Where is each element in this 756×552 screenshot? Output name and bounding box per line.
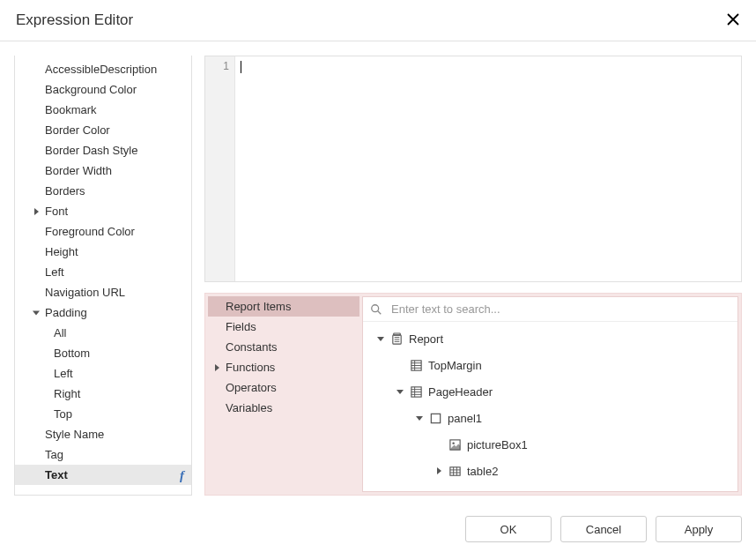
expand-arrow-icon[interactable] <box>395 390 405 394</box>
property-row[interactable]: All <box>15 323 191 343</box>
content-area: AccessibleDescriptionBackground ColorBoo… <box>0 41 756 506</box>
code-editor[interactable]: 1 <box>204 56 742 282</box>
fx-icon: f <box>180 467 184 482</box>
property-row[interactable]: Borders <box>15 181 191 201</box>
search-input[interactable] <box>389 302 730 317</box>
property-row[interactable]: Left <box>15 262 191 282</box>
footer: OK Cancel Apply <box>0 506 756 552</box>
property-label: Height <box>45 245 78 258</box>
property-row[interactable]: Border Width <box>15 160 191 181</box>
svg-rect-17 <box>431 414 440 422</box>
search-icon <box>370 303 382 316</box>
property-label: Background Color <box>45 83 137 96</box>
category-label: Constants <box>226 340 278 354</box>
tree-item-label: pictureBox1 <box>467 438 528 451</box>
category-row[interactable]: Functions <box>208 357 359 377</box>
right-column: 1 Report ItemsFieldsConstantsFunctionsOp… <box>204 56 742 496</box>
property-row[interactable]: Font <box>15 201 191 221</box>
picture-icon <box>448 437 462 451</box>
category-label: Functions <box>226 361 275 374</box>
property-row[interactable]: Bottom <box>15 343 191 363</box>
panel-icon <box>428 411 442 425</box>
property-label: Style Name <box>45 428 104 441</box>
expression-browser: Report ItemsFieldsConstantsFunctionsOper… <box>204 293 742 496</box>
property-label: Border Dash Style <box>45 144 138 157</box>
property-label: Navigation URL <box>45 286 125 299</box>
tree-item-label: panel1 <box>448 412 482 425</box>
property-row[interactable]: Textf <box>15 465 191 485</box>
tree-item-label: table2 <box>467 465 498 478</box>
property-label: Font <box>45 205 68 218</box>
search-row <box>363 297 737 322</box>
properties-panel: AccessibleDescriptionBackground ColorBoo… <box>14 56 192 496</box>
tree-row[interactable]: TopMargin <box>363 352 737 378</box>
cancel-button[interactable]: Cancel <box>560 516 647 542</box>
property-label: All <box>54 326 66 339</box>
property-row[interactable]: Top <box>15 404 191 424</box>
property-label: Top <box>54 407 72 421</box>
expand-arrow-icon[interactable] <box>434 467 444 474</box>
category-row[interactable]: Variables <box>208 398 359 418</box>
property-label: Bookmark <box>45 103 97 116</box>
category-panel: Report ItemsFieldsConstantsFunctionsOper… <box>208 296 359 492</box>
code-area[interactable] <box>235 56 741 281</box>
ok-button[interactable]: OK <box>465 516 552 542</box>
category-row[interactable]: Fields <box>208 317 359 337</box>
band-icon <box>409 358 423 372</box>
apply-button[interactable]: Apply <box>656 516 742 542</box>
tree-row[interactable]: table2 <box>363 458 737 484</box>
expand-arrow-icon[interactable] <box>414 416 425 421</box>
property-row[interactable]: Tag <box>15 444 191 465</box>
property-label: Tag <box>45 448 63 461</box>
property-row[interactable]: Navigation URL <box>15 282 191 302</box>
property-row[interactable]: Background Color <box>15 79 191 100</box>
category-row[interactable]: Report Items <box>208 296 359 317</box>
tree-row[interactable]: pictureBox1 <box>363 431 737 458</box>
category-label: Operators <box>226 381 277 394</box>
property-row[interactable]: Border Color <box>15 120 191 140</box>
category-row[interactable]: Constants <box>208 337 359 357</box>
svg-point-0 <box>372 304 379 311</box>
property-label: Right <box>54 387 80 400</box>
property-row[interactable]: Padding <box>15 302 191 323</box>
property-row[interactable]: Style Name <box>15 424 191 444</box>
property-label: AccessibleDescription <box>45 63 157 76</box>
property-label: Bottom <box>54 347 90 360</box>
property-label: Left <box>45 265 64 279</box>
tree-row[interactable]: Report <box>363 325 737 352</box>
line-gutter: 1 <box>205 56 235 281</box>
property-row[interactable]: Height <box>15 242 191 262</box>
property-label: Text <box>45 468 68 481</box>
report-icon <box>389 332 404 346</box>
close-button[interactable] <box>724 11 742 28</box>
property-row[interactable]: AccessibleDescription <box>15 59 191 79</box>
svg-point-19 <box>452 442 454 444</box>
property-row[interactable]: Left <box>15 363 191 384</box>
close-icon <box>727 13 739 26</box>
band-icon <box>409 384 423 399</box>
items-tree: ReportTopMarginPageHeaderpanel1pictureBo… <box>363 322 737 491</box>
property-row[interactable]: Bookmark <box>15 100 191 120</box>
property-label: Borders <box>45 184 85 198</box>
tree-row[interactable]: PageHeader <box>363 378 737 405</box>
property-label: Padding <box>45 306 87 319</box>
expand-arrow-icon[interactable] <box>375 337 386 341</box>
tree-item-label: PageHeader <box>428 385 493 399</box>
items-panel: ReportTopMarginPageHeaderpanel1pictureBo… <box>362 296 738 492</box>
property-row[interactable]: Border Dash Style <box>15 140 191 160</box>
table-icon <box>448 464 462 478</box>
line-number: 1 <box>205 60 229 72</box>
tree-item-label: Report <box>409 332 443 346</box>
property-label: Left <box>54 367 73 380</box>
property-label: Foreground Color <box>45 225 135 238</box>
property-row[interactable]: Foreground Color <box>15 221 191 242</box>
category-row[interactable]: Operators <box>208 377 359 398</box>
category-label: Variables <box>226 401 272 414</box>
property-row[interactable]: Right <box>15 384 191 404</box>
dialog-title: Expression Editor <box>16 11 133 29</box>
properties-list: AccessibleDescriptionBackground ColorBoo… <box>15 56 191 485</box>
caret <box>241 61 241 73</box>
svg-rect-20 <box>449 466 459 474</box>
tree-row[interactable]: panel1 <box>363 405 737 431</box>
property-label: Border Width <box>45 164 112 177</box>
